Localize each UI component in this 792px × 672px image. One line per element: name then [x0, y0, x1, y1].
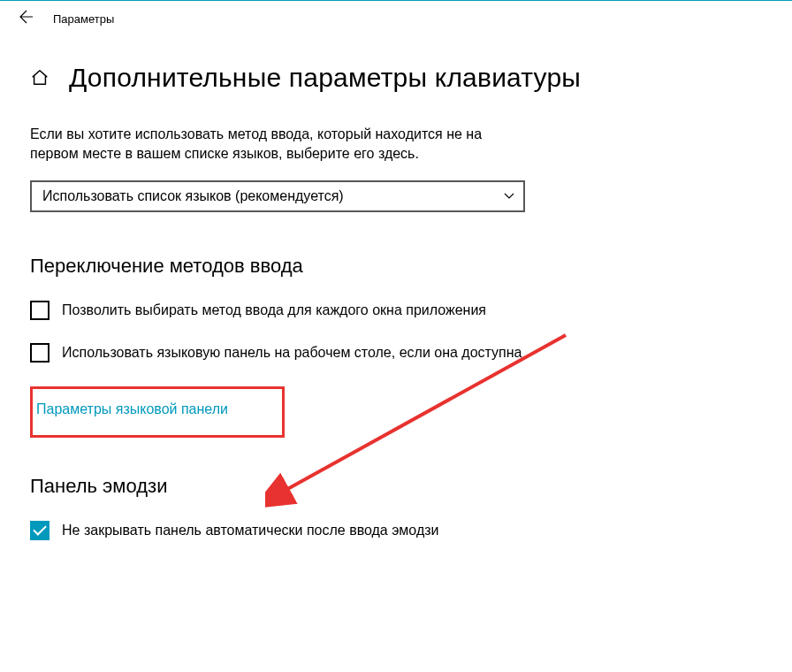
home-button[interactable] — [30, 68, 50, 88]
section-title-switching: Переключение методов ввода — [30, 255, 762, 278]
checkbox-langbar[interactable] — [30, 343, 50, 363]
home-icon — [30, 68, 50, 88]
checkbox-row-langbar: Использовать языковую панель на рабочем … — [30, 343, 525, 363]
titlebar: Параметры — [0, 1, 792, 36]
checkbox-row-per-window: Позволить выбирать метод ввода для каждо… — [30, 301, 525, 320]
chevron-down-icon — [504, 190, 514, 202]
page-title: Дополнительные параметры клавиатуры — [69, 63, 581, 93]
content-area: Дополнительные параметры клавиатуры Если… — [0, 36, 792, 540]
page-description: Если вы хотите использовать метод ввода,… — [30, 125, 499, 164]
annotation-highlight-box: Параметры языковой панели — [30, 386, 285, 438]
language-bar-options-link[interactable]: Параметры языковой панели — [36, 401, 228, 416]
section-title-emoji: Панель эмодзи — [30, 475, 762, 498]
combo-value: Использовать список языков (рекомендуетс… — [42, 188, 344, 204]
checkbox-emoji-autoclose[interactable] — [30, 521, 50, 540]
input-method-combo[interactable]: Использовать список языков (рекомендуетс… — [30, 180, 525, 212]
page-header: Дополнительные параметры клавиатуры — [30, 63, 762, 93]
checkbox-label-emoji: Не закрывать панель автоматически после … — [62, 521, 439, 540]
checkbox-row-emoji: Не закрывать панель автоматически после … — [30, 521, 762, 540]
window-title: Параметры — [53, 12, 114, 26]
checkbox-label-langbar: Использовать языковую панель на рабочем … — [62, 343, 522, 363]
checkbox-label-per-window: Позволить выбирать метод ввода для каждо… — [62, 301, 486, 320]
arrow-left-icon — [19, 10, 34, 24]
back-button[interactable] — [11, 4, 42, 33]
checkbox-per-window[interactable] — [30, 301, 50, 320]
